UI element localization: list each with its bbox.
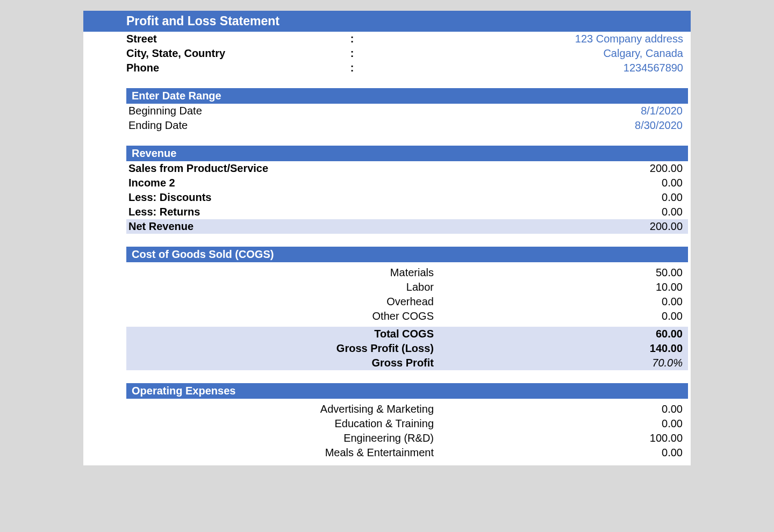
cogs-labor-row: Labor 10.00 bbox=[126, 280, 688, 294]
revenue-returns-row: Less: Returns 0.00 bbox=[126, 205, 688, 219]
meals-value: 0.00 bbox=[438, 447, 688, 459]
revenue-sales-row: Sales from Product/Service 200.00 bbox=[126, 161, 688, 176]
revenue-income2-row: Income 2 0.00 bbox=[126, 176, 688, 190]
content-area: Street : 123 Company address City, State… bbox=[83, 32, 691, 465]
gross-profit-loss-row: Gross Profit (Loss) 140.00 bbox=[126, 341, 688, 356]
opex-advertising-row: Advertising & Marketing 0.00 bbox=[126, 402, 688, 416]
begin-date-row: Beginning Date 8/1/2020 bbox=[126, 104, 688, 118]
gross-profit-loss-value: 140.00 bbox=[438, 342, 688, 355]
date-range-header: Enter Date Range bbox=[126, 88, 688, 104]
colon: : bbox=[341, 62, 363, 74]
opex-header: Operating Expenses bbox=[126, 383, 688, 399]
net-revenue-row: Net Revenue 200.00 bbox=[126, 219, 688, 234]
discounts-label: Less: Discounts bbox=[126, 191, 438, 204]
total-cogs-row: Total COGS 60.00 bbox=[126, 327, 688, 341]
net-revenue-label: Net Revenue bbox=[126, 220, 438, 233]
colon: : bbox=[341, 33, 363, 45]
cogs-materials-row: Materials 50.00 bbox=[126, 265, 688, 280]
opex-education-row: Education & Training 0.00 bbox=[126, 416, 688, 431]
gross-profit-row: Gross Profit 70.0% bbox=[126, 356, 688, 370]
company-street-row: Street : 123 Company address bbox=[83, 32, 691, 46]
overhead-value: 0.00 bbox=[438, 296, 688, 308]
materials-label: Materials bbox=[126, 267, 438, 279]
advertising-label: Advertising & Marketing bbox=[126, 403, 438, 415]
sales-value: 200.00 bbox=[438, 162, 688, 175]
income2-value: 0.00 bbox=[438, 177, 688, 189]
colon: : bbox=[341, 47, 363, 60]
income2-label: Income 2 bbox=[126, 177, 438, 189]
discounts-value: 0.00 bbox=[438, 191, 688, 204]
overhead-label: Overhead bbox=[126, 296, 438, 308]
engineering-value: 100.00 bbox=[438, 432, 688, 444]
cogs-header: Cost of Goods Sold (COGS) bbox=[126, 247, 688, 262]
opex-meals-row: Meals & Entertainment 0.00 bbox=[126, 445, 688, 460]
begin-date-value: 8/1/2020 bbox=[438, 105, 688, 117]
net-revenue-value: 200.00 bbox=[438, 220, 688, 233]
end-date-label: Ending Date bbox=[126, 119, 438, 132]
phone-label: Phone bbox=[83, 62, 341, 74]
returns-value: 0.00 bbox=[438, 206, 688, 218]
page-title: Profit and Loss Statement bbox=[83, 11, 691, 32]
company-city-row: City, State, Country : Calgary, Canada bbox=[83, 46, 691, 61]
city-value: Calgary, Canada bbox=[363, 47, 691, 60]
sales-label: Sales from Product/Service bbox=[126, 162, 438, 175]
advertising-value: 0.00 bbox=[438, 403, 688, 415]
other-cogs-label: Other COGS bbox=[126, 310, 438, 322]
gross-profit-loss-label: Gross Profit (Loss) bbox=[126, 342, 438, 355]
document-page: Profit and Loss Statement Street : 123 C… bbox=[83, 11, 691, 465]
cogs-overhead-row: Overhead 0.00 bbox=[126, 294, 688, 309]
materials-value: 50.00 bbox=[438, 267, 688, 279]
education-label: Education & Training bbox=[126, 418, 438, 430]
gross-profit-label: Gross Profit bbox=[126, 357, 438, 369]
returns-label: Less: Returns bbox=[126, 206, 438, 218]
end-date-row: Ending Date 8/30/2020 bbox=[126, 118, 688, 133]
company-phone-row: Phone : 1234567890 bbox=[83, 61, 691, 75]
total-cogs-label: Total COGS bbox=[126, 328, 438, 340]
revenue-discounts-row: Less: Discounts 0.00 bbox=[126, 190, 688, 205]
education-value: 0.00 bbox=[438, 418, 688, 430]
other-cogs-value: 0.00 bbox=[438, 310, 688, 322]
phone-value: 1234567890 bbox=[363, 62, 691, 74]
labor-value: 10.00 bbox=[438, 281, 688, 293]
end-date-value: 8/30/2020 bbox=[438, 119, 688, 132]
city-label: City, State, Country bbox=[83, 47, 341, 60]
opex-engineering-row: Engineering (R&D) 100.00 bbox=[126, 431, 688, 445]
engineering-label: Engineering (R&D) bbox=[126, 432, 438, 444]
meals-label: Meals & Entertainment bbox=[126, 447, 438, 459]
revenue-header: Revenue bbox=[126, 146, 688, 161]
gross-profit-value: 70.0% bbox=[438, 357, 688, 369]
total-cogs-value: 60.00 bbox=[438, 328, 688, 340]
street-value: 123 Company address bbox=[363, 33, 691, 45]
cogs-other-row: Other COGS 0.00 bbox=[126, 309, 688, 323]
street-label: Street bbox=[83, 33, 341, 45]
begin-date-label: Beginning Date bbox=[126, 105, 438, 117]
labor-label: Labor bbox=[126, 281, 438, 293]
